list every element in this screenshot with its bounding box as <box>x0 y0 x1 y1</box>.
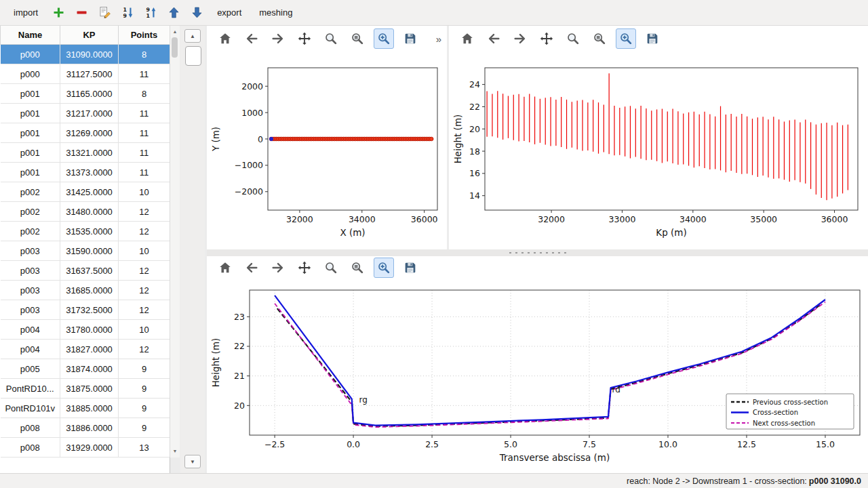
pan-button[interactable] <box>294 258 315 278</box>
save-button[interactable] <box>642 28 663 49</box>
save-button[interactable] <box>400 258 420 278</box>
column-header-name[interactable]: Name <box>1 26 60 45</box>
forward-icon <box>271 31 285 46</box>
subplots-button[interactable] <box>347 28 368 49</box>
table-row[interactable]: PontRD10...31875.00009 <box>1 379 170 399</box>
zoom-button[interactable] <box>563 28 583 49</box>
cell-kp: 31875.0000 <box>60 379 119 399</box>
pan-icon <box>297 260 312 275</box>
horizontal-splitter[interactable] <box>207 249 868 256</box>
table-row[interactable]: p00831886.00009 <box>1 418 170 438</box>
save-icon <box>645 31 660 46</box>
customize-button[interactable] <box>374 28 394 49</box>
pan-button[interactable] <box>536 28 557 49</box>
column-header-kp[interactable]: KP <box>60 26 119 45</box>
add-cross-section-button[interactable] <box>49 3 68 22</box>
edit-cross-section-button[interactable] <box>95 3 114 22</box>
cell-kp: 31090.0000 <box>60 45 119 64</box>
cell-kp: 31321.0000 <box>60 143 119 163</box>
table-row[interactable]: p00331685.000012 <box>1 281 170 300</box>
table-row[interactable]: p00331732.500012 <box>1 300 170 320</box>
longitudinal-plot-panel: 3200033000340003500036000141618202224Kp … <box>449 26 868 249</box>
home-button[interactable] <box>215 258 235 278</box>
table-row[interactable]: p00331590.000010 <box>1 241 170 261</box>
table-row[interactable]: p00031090.00008 <box>1 45 170 64</box>
table-row[interactable]: p00431780.000010 <box>1 320 170 340</box>
table-scroll-down-icon[interactable]: ▼ <box>170 447 180 455</box>
table-row[interactable]: p00331637.500012 <box>1 261 170 281</box>
table-scrollbar-thumb[interactable] <box>172 37 178 58</box>
cell-kp: 31590.0000 <box>60 241 119 261</box>
move-down-button[interactable] <box>187 3 206 22</box>
panel-scrollbar[interactable]: ▲ ▼ <box>180 26 205 473</box>
cell-kp: 31874.0000 <box>60 359 119 379</box>
panel-scroll-up-button[interactable]: ▲ <box>184 29 201 43</box>
svg-text:34000: 34000 <box>679 214 707 224</box>
table-row[interactable]: p00131269.000011 <box>1 123 170 143</box>
svg-text:35000: 35000 <box>750 214 777 224</box>
home-button[interactable] <box>457 28 477 49</box>
table-row[interactable]: p00231535.000012 <box>1 222 170 241</box>
sort-ascending-button[interactable] <box>118 3 137 22</box>
zoom-button[interactable] <box>321 28 341 49</box>
cell-kp: 31165.0000 <box>60 84 119 104</box>
table-row[interactable]: p00531874.00009 <box>1 359 170 379</box>
cell-kp: 31780.0000 <box>60 320 119 340</box>
table-scroll-up-icon[interactable]: ▲ <box>170 28 180 36</box>
cell-name: p004 <box>1 320 60 340</box>
table-row[interactable]: p00231425.000010 <box>1 182 170 202</box>
cell-points: 12 <box>119 300 170 320</box>
cross-section-plot[interactable]: −2.50.02.55.07.510.012.515.020212223Tran… <box>207 279 868 473</box>
save-button[interactable] <box>400 28 420 49</box>
svg-text:33000: 33000 <box>609 214 636 224</box>
home-button[interactable] <box>215 28 235 49</box>
subplots-button[interactable] <box>347 258 368 278</box>
back-button[interactable] <box>241 258 262 278</box>
forward-button[interactable] <box>268 258 288 278</box>
cell-kp: 31732.5000 <box>60 300 119 320</box>
svg-text:10.0: 10.0 <box>658 439 677 449</box>
svg-text:12.5: 12.5 <box>737 439 756 449</box>
customize-button[interactable] <box>616 28 636 49</box>
table-row[interactable]: p00131321.000011 <box>1 143 170 163</box>
zoom-button[interactable] <box>321 258 341 278</box>
trace-plot[interactable]: 320003400036000−2000−1000010002000X (m)Y… <box>207 52 447 249</box>
table-row[interactable]: p00131165.00008 <box>1 84 170 104</box>
meshing-button[interactable]: meshing <box>252 4 299 21</box>
svg-text:2000: 2000 <box>241 81 263 92</box>
export-button[interactable]: export <box>210 4 248 21</box>
panel-scrollbar-thumb[interactable] <box>185 46 201 66</box>
forward-button[interactable] <box>510 28 530 49</box>
table-row[interactable]: p00131217.000011 <box>1 104 170 123</box>
column-header-points[interactable]: Points <box>119 26 170 45</box>
pan-button[interactable] <box>294 28 315 49</box>
remove-cross-section-button[interactable] <box>72 3 91 22</box>
subplots-button[interactable] <box>589 28 610 49</box>
svg-text:Next cross-section: Next cross-section <box>753 420 815 427</box>
forward-button[interactable] <box>268 28 288 49</box>
table-row[interactable]: PontRD101v31885.00009 <box>1 399 170 418</box>
move-up-button[interactable] <box>164 3 183 22</box>
customize-button[interactable] <box>374 258 394 278</box>
toolbar-overflow-chevron[interactable]: » <box>432 32 446 46</box>
table-row[interactable]: p00231480.000012 <box>1 202 170 222</box>
subplots-icon <box>350 260 365 275</box>
cell-points: 12 <box>119 281 170 300</box>
table-row[interactable]: p00831929.000013 <box>1 438 170 458</box>
table-row[interactable]: p00031127.500011 <box>1 64 170 84</box>
import-button[interactable]: import <box>7 4 45 21</box>
table-scrollbar[interactable]: ▲ ▼ <box>170 26 180 458</box>
back-button[interactable] <box>241 28 262 49</box>
legend: Previous cross-sectionCross-sectionNext … <box>726 394 854 429</box>
panel-scroll-down-button[interactable]: ▼ <box>184 455 201 468</box>
table-row[interactable]: p00131373.000011 <box>1 163 170 182</box>
sort-descending-button[interactable] <box>141 3 160 22</box>
longitudinal-plot[interactable]: 3200033000340003500036000141618202224Kp … <box>449 52 868 249</box>
back-button[interactable] <box>484 28 504 49</box>
cell-name: p004 <box>1 340 60 359</box>
svg-text:−2.5: −2.5 <box>264 439 285 449</box>
cell-name: p008 <box>1 418 60 438</box>
cell-kp: 31480.0000 <box>60 202 119 222</box>
table-row[interactable]: p00431827.000012 <box>1 340 170 359</box>
status-current-section: p000 31090.0 <box>809 476 861 486</box>
